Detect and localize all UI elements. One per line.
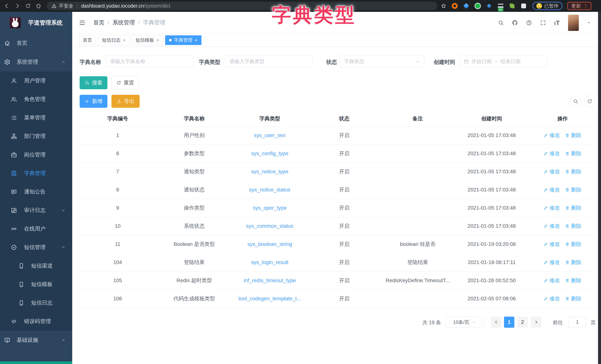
edit-link[interactable]: 修改 [544, 186, 560, 193]
edit-link[interactable]: 修改 [544, 204, 560, 212]
github-icon[interactable] [512, 20, 518, 26]
puzzle-extension-icon[interactable] [520, 3, 527, 9]
export-button[interactable]: 导出 [111, 95, 140, 108]
list-extension-icon[interactable]: on [497, 3, 504, 9]
date-range-picker[interactable]: 开始日期 ~ 结束日期 [460, 56, 547, 67]
back-icon[interactable] [4, 3, 10, 9]
sidebar-item-tree[interactable]: 部门管理 [0, 127, 72, 145]
sidebar-item-briefcase[interactable]: 岗位管理 [0, 145, 72, 164]
delete-link[interactable]: 删除 [565, 168, 581, 175]
kebab-menu-icon[interactable] [583, 3, 588, 8]
close-icon[interactable]: × [156, 38, 159, 43]
dict-type-link[interactable]: sys_notice_status [249, 187, 290, 192]
delete-link[interactable]: 删除 [565, 295, 581, 302]
paused-extension-badge[interactable]: 已暂停 [532, 2, 562, 10]
tab-active[interactable]: 字典管理× [165, 35, 201, 45]
sidebar-item-code[interactable]: 错误码管理 [0, 312, 72, 331]
delete-link[interactable]: 删除 [565, 259, 581, 266]
search-button[interactable]: 搜索 [80, 76, 107, 89]
leaf-extension-icon[interactable] [509, 3, 515, 9]
delete-link[interactable]: 删除 [565, 132, 581, 139]
fullscreen-icon[interactable] [540, 20, 546, 26]
sidebar-item-monitor[interactable]: 基础设施 [0, 331, 72, 350]
table-search-button[interactable] [570, 96, 581, 107]
app-logo[interactable]: 芋道管理系统 [0, 12, 72, 34]
forward-icon[interactable] [14, 3, 20, 9]
bookmark-star-icon[interactable] [441, 3, 447, 9]
kite-extension-icon[interactable] [463, 3, 470, 9]
tab-item[interactable]: 首页 [79, 35, 96, 45]
sidebar-item-user[interactable]: 用户管理 [0, 71, 72, 90]
chevron-down-icon[interactable] [587, 21, 591, 25]
add-button[interactable]: 新增 [80, 95, 107, 108]
sidebar-item-log[interactable]: 审计日志 [0, 201, 72, 220]
dict-type-link[interactable]: sys_login_result [251, 259, 289, 265]
dict-type-input[interactable]: 请输入字典类型 [225, 56, 312, 67]
sidebar-item-list[interactable]: 菜单管理 [0, 109, 72, 127]
green-circle-extension-icon[interactable] [474, 3, 481, 9]
sidebar-item-phone[interactable]: 短信渠道 [0, 257, 72, 275]
table-refresh-button[interactable] [584, 96, 595, 107]
dict-type-link[interactable]: sys_boolean_string [247, 241, 292, 247]
page-button-2[interactable]: 2 [517, 317, 528, 328]
goto-page-input[interactable]: 1 [568, 317, 586, 328]
edit-link[interactable]: 修改 [544, 150, 560, 157]
delete-link[interactable]: 删除 [565, 241, 581, 248]
sidebar-item-home[interactable]: 首页 [0, 34, 72, 53]
edit-link[interactable]: 修改 [544, 295, 560, 302]
status-select[interactable]: 字典状态 [340, 56, 424, 67]
edit-link[interactable]: 修改 [544, 241, 560, 248]
scrollbar[interactable] [598, 12, 601, 364]
sidebar-item-shield-check[interactable]: 短信管理 [0, 238, 72, 257]
page-button-1[interactable]: 1 [504, 317, 514, 328]
edit-link[interactable]: 修改 [544, 259, 560, 266]
edit-link[interactable]: 修改 [544, 277, 560, 284]
breadcrumb-item[interactable]: 系统管理 [113, 19, 135, 27]
sidebar-fold-icon[interactable] [79, 20, 86, 26]
tab-item[interactable]: 短信日志× [98, 35, 130, 45]
reset-button[interactable]: 重置 [111, 76, 139, 89]
address-bar[interactable]: 不安全 dashboard.yudao.iocoder.cn /system/d… [47, 2, 437, 10]
sidebar-item-phone[interactable]: 短信日志 [0, 294, 72, 312]
help-icon[interactable] [526, 20, 532, 26]
dict-type-link[interactable]: sys_notice_type [251, 169, 289, 174]
prev-page-button[interactable] [491, 317, 501, 328]
sidebar-item-label: 首页 [17, 40, 27, 47]
goto-label: 前往 [553, 319, 563, 326]
sidebar-item-online[interactable]: 在线用户 [0, 220, 72, 238]
font-size-icon[interactable]: tT [554, 19, 560, 27]
delete-link[interactable]: 删除 [565, 277, 581, 284]
dict-type-link[interactable]: sys_common_status [246, 223, 293, 229]
delete-link[interactable]: 删除 [565, 204, 581, 212]
dict-name-input[interactable]: 请输入字典名称 [106, 56, 193, 67]
avatar[interactable] [568, 15, 579, 31]
reload-icon[interactable] [25, 3, 31, 9]
edit-link[interactable]: 修改 [544, 168, 560, 175]
delete-link[interactable]: 删除 [565, 186, 581, 193]
diamond-extension-icon[interactable] [486, 3, 492, 9]
sidebar-item-phone[interactable]: 短信模板 [0, 275, 72, 294]
sidebar-item-notice[interactable]: 通知公告 [0, 182, 72, 201]
breadcrumb-item[interactable]: 首页 [93, 19, 104, 27]
edit-link[interactable]: 修改 [544, 222, 560, 230]
dict-type-link[interactable]: sys_config_type [251, 151, 289, 156]
next-page-button[interactable] [531, 317, 541, 328]
sidebar-item-dict[interactable]: 字典管理 [0, 164, 72, 182]
sidebar-item-users[interactable]: 角色管理 [0, 90, 72, 109]
close-icon[interactable]: × [195, 38, 197, 43]
delete-link[interactable]: 删除 [565, 222, 581, 230]
search-icon[interactable] [498, 20, 504, 26]
close-icon[interactable]: × [123, 38, 126, 43]
sidebar-item-gear[interactable]: 系统管理 [0, 53, 72, 71]
page-size-select[interactable]: 10条/页 [445, 317, 484, 328]
dict-type-link[interactable]: inf_redis_timeout_type [244, 278, 296, 283]
dict-type-link[interactable]: tool_codegen_template_t... [239, 296, 301, 301]
edit-link[interactable]: 修改 [544, 132, 560, 139]
tab-item[interactable]: 短信模板× [132, 35, 163, 45]
dict-type-link[interactable]: sys_oper_type [253, 205, 287, 211]
update-button[interactable]: 更新 [567, 2, 591, 10]
home-icon[interactable] [36, 3, 41, 9]
donut-extension-icon[interactable] [451, 3, 458, 9]
dict-type-link[interactable]: sys_user_sex [254, 132, 286, 138]
delete-link[interactable]: 删除 [565, 150, 581, 157]
